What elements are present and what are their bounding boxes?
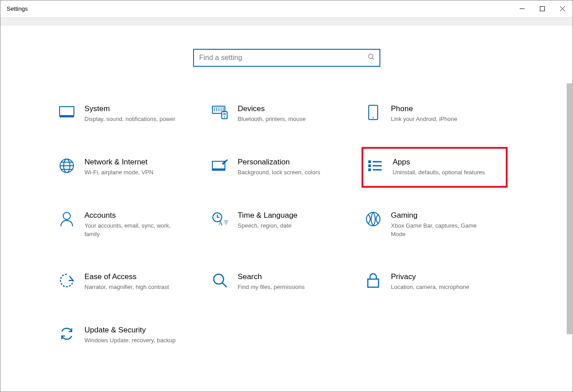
apps-icon	[367, 158, 383, 174]
svg-point-6	[224, 116, 225, 118]
window-title: Settings	[7, 5, 28, 12]
tile-title: Privacy	[391, 272, 485, 281]
tile-search[interactable]: Search Find my files, permissions	[208, 270, 354, 294]
svg-text:字: 字	[224, 220, 228, 225]
tile-ease-of-access[interactable]: Ease of Access Narrator, magnifier, high…	[55, 270, 201, 294]
svg-rect-14	[368, 164, 371, 167]
svg-rect-5	[222, 112, 227, 119]
time-language-icon: A字	[212, 211, 228, 227]
search-input[interactable]	[199, 54, 368, 62]
tile-desc: Wi-Fi, airplane mode, VPN	[85, 168, 179, 177]
devices-icon	[212, 104, 228, 121]
svg-point-8	[372, 117, 374, 119]
tile-privacy[interactable]: Privacy Location, camera, microphone	[362, 270, 508, 294]
update-security-icon	[59, 326, 75, 342]
svg-point-1	[368, 54, 373, 59]
svg-rect-0	[540, 7, 545, 11]
tile-desc: Location, camera, microphone	[391, 283, 485, 292]
tile-desc: Speech, region, date	[238, 222, 332, 230]
tile-title: Network & Internet	[85, 158, 179, 167]
tile-title: Phone	[391, 104, 485, 113]
tile-title: Apps	[393, 158, 487, 167]
tile-personalization[interactable]: Personalization Background, lock screen,…	[208, 155, 354, 180]
personalization-icon	[212, 158, 228, 174]
settings-grid: System Display, sound, notifications, po…	[55, 102, 508, 348]
tile-time-language[interactable]: A字 Time & Language Speech, region, date	[208, 208, 354, 241]
search-category-icon	[212, 272, 228, 289]
tile-title: Update & Security	[85, 326, 179, 335]
tile-update-security[interactable]: Update & Security Windows Update, recove…	[55, 323, 201, 348]
tile-title: Accounts	[85, 211, 179, 220]
tile-gaming[interactable]: Gaming Xbox Game Bar, captures, Game Mod…	[362, 208, 508, 241]
svg-rect-15	[368, 168, 371, 171]
tile-desc: Find my files, permissions	[238, 283, 332, 292]
tile-desc: Bluetooth, printers, mouse	[238, 115, 332, 124]
tile-title: System	[85, 104, 179, 113]
minimize-icon	[520, 6, 525, 11]
maximize-icon	[540, 6, 545, 11]
tile-title: Ease of Access	[85, 272, 179, 281]
minimize-button[interactable]	[512, 0, 532, 17]
svg-point-20	[366, 212, 380, 226]
tile-desc: Narrator, magnifier, high contrast	[85, 283, 179, 292]
tile-apps[interactable]: Apps Uninstall, defaults, optional featu…	[362, 147, 508, 188]
tile-desc: Uninstall, defaults, optional features	[393, 168, 487, 177]
network-icon	[59, 158, 75, 174]
window-controls	[512, 0, 573, 17]
svg-point-21	[214, 274, 224, 284]
accounts-icon	[59, 211, 75, 227]
scrollbar-thumb[interactable]	[567, 83, 573, 334]
tile-desc: Link your Android, iPhone	[391, 115, 485, 124]
search-icon	[368, 53, 375, 62]
titlebar: Settings	[0, 0, 573, 17]
svg-text:A: A	[218, 220, 223, 226]
ease-of-access-icon	[59, 272, 75, 289]
svg-rect-12	[212, 168, 225, 170]
phone-icon	[365, 104, 381, 121]
tile-desc: Xbox Game Bar, captures, Game Mode	[391, 222, 485, 239]
tile-network[interactable]: Network & Internet Wi-Fi, airplane mode,…	[55, 155, 201, 180]
close-button[interactable]	[552, 0, 573, 17]
tile-accounts[interactable]: Accounts Your accounts, email, sync, wor…	[55, 208, 201, 241]
privacy-icon	[365, 272, 381, 289]
tile-title: Time & Language	[238, 211, 332, 220]
svg-rect-22	[368, 279, 379, 287]
system-icon	[59, 104, 75, 121]
tile-title: Personalization	[238, 158, 332, 167]
tile-system[interactable]: System Display, sound, notifications, po…	[55, 102, 201, 126]
tile-desc: Your accounts, email, sync, work, family	[85, 222, 179, 239]
tile-title: Gaming	[391, 211, 485, 220]
close-icon	[560, 6, 565, 11]
tile-desc: Background, lock screen, colors	[238, 168, 332, 177]
tile-title: Devices	[238, 104, 332, 113]
ribbon-area	[0, 17, 573, 26]
svg-rect-13	[368, 160, 371, 163]
tile-title: Search	[238, 272, 332, 281]
svg-point-16	[63, 212, 70, 220]
tile-devices[interactable]: Devices Bluetooth, printers, mouse	[208, 102, 354, 126]
svg-rect-2	[60, 107, 74, 116]
svg-rect-3	[60, 116, 74, 117]
tile-desc: Windows Update, recovery, backup	[85, 336, 179, 345]
main-content: System Display, sound, notifications, po…	[0, 26, 573, 348]
search-box[interactable]	[193, 49, 380, 67]
tile-phone[interactable]: Phone Link your Android, iPhone	[362, 102, 508, 126]
maximize-button[interactable]	[532, 0, 552, 17]
gaming-icon	[365, 211, 381, 227]
scrollbar-track[interactable]	[567, 25, 573, 392]
tile-desc: Display, sound, notifications, power	[85, 115, 179, 124]
